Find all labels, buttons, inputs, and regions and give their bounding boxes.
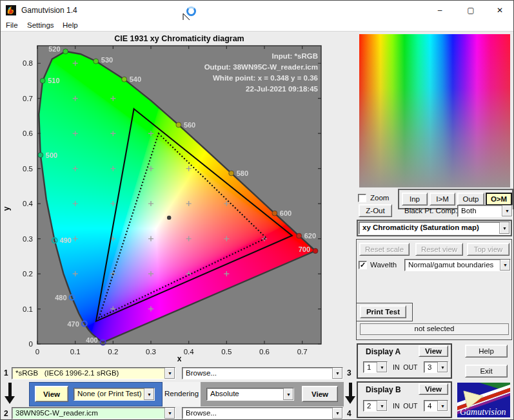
annotation-timestamp: 22-Jul-2021 09:18:45 — [204, 84, 318, 95]
i-to-m-button[interactable]: I>M — [430, 193, 455, 205]
dropdown-arrow-icon[interactable]: ▼ — [144, 388, 154, 400]
slot-3-label: 3 — [347, 368, 351, 377]
slot-4-label: 4 — [347, 409, 351, 418]
reset-scale-button[interactable]: Reset scale — [359, 243, 410, 256]
status-bar: not selected — [360, 323, 509, 335]
menu-bar: File Settings Help — [1, 20, 513, 32]
display-b-view-button[interactable]: View — [419, 383, 448, 395]
pattern-select[interactable]: None (or Print Test) ▼ — [74, 388, 155, 401]
close-button[interactable]: ✕ — [489, 1, 511, 20]
browse-top-select[interactable]: Browse... ▼ — [182, 367, 343, 379]
logo-text: Gamutvision — [460, 407, 506, 417]
dropdown-arrow-icon[interactable]: ▼ — [332, 368, 342, 379]
annotation-input: Input: *sRGB — [204, 51, 318, 62]
black-pt-comp-select[interactable]: Both ▼ — [457, 205, 513, 217]
title-bar[interactable]: Gamutvision 1.4 – ▢ ✕ — [1, 1, 513, 20]
display-a-view-button[interactable]: View — [419, 345, 448, 357]
flow-arrow-left-icon — [5, 383, 15, 405]
display-b-out-select[interactable]: 4 ▼ — [424, 400, 448, 412]
display-b-title: Display B — [366, 385, 401, 394]
outp-button[interactable]: Outp — [457, 193, 484, 205]
menu-file[interactable]: File — [6, 21, 18, 29]
wavelth-checkbox[interactable]: ✓ — [359, 261, 367, 269]
plot-annotations: Input: *sRGB Output: 38WN95C-W_reader.ic… — [204, 51, 318, 95]
dropdown-arrow-icon[interactable]: ▼ — [164, 368, 175, 379]
annotation-output: Output: 38WN95C-W_reader.icm — [204, 62, 318, 73]
dropdown-arrow-icon[interactable]: ▼ — [500, 260, 510, 271]
bottom-bar: 1 *sRGB (IEC6 1996-2.1 sRGB) ▼ Browse...… — [1, 365, 355, 420]
dropdown-arrow-icon[interactable]: ▼ — [283, 388, 293, 400]
dropdown-arrow-icon[interactable]: ▼ — [502, 205, 512, 216]
view-mode-select[interactable]: xy Chromaticity (Saturation map) ▼ — [359, 222, 510, 234]
dropdown-arrow-icon[interactable]: ▼ — [377, 362, 387, 372]
display-a-out-select[interactable]: 3 ▼ — [424, 361, 448, 373]
view-output-button[interactable]: View — [302, 386, 338, 402]
view-input-button[interactable]: View — [35, 386, 68, 402]
inp-button[interactable]: Inp — [402, 193, 428, 205]
flow-arrow-right-icon — [345, 383, 356, 405]
black-pt-comp-label: Black Pt. Comp. — [404, 207, 457, 215]
display-a-inout-label: IN OUT — [393, 363, 418, 371]
window-title: Gamutvision 1.4 — [21, 6, 77, 15]
menu-help[interactable]: Help — [63, 21, 78, 29]
wavelth-checkbox-label: Wavelth — [370, 261, 397, 269]
y-axis-label: y — [2, 207, 11, 211]
browse-bottom-select[interactable]: Browse... ▼ — [182, 407, 343, 419]
slot-1-label: 1 — [4, 368, 8, 377]
menu-settings[interactable]: Settings — [27, 21, 54, 29]
app-icon — [6, 5, 16, 15]
help-button[interactable]: Help — [465, 345, 508, 358]
gamutvision-window: Gamutvision 1.4 – ▢ ✕ File Settings Help… — [0, 0, 514, 420]
hue-saturation-preview[interactable] — [359, 34, 510, 187]
dropdown-arrow-icon[interactable]: ▼ — [332, 408, 342, 419]
zoom-checkbox[interactable] — [358, 194, 366, 202]
control-panel: Zoom Inp I>M Outp O>M Z-Out Black Pt. Co… — [355, 32, 513, 420]
display-a-in-select[interactable]: 1 ▼ — [363, 361, 388, 373]
o-to-m-button[interactable]: O>M — [486, 193, 512, 205]
dropdown-arrow-icon[interactable]: ▼ — [437, 362, 448, 372]
figure-area: CIE 1931 xy Chromaticity diagram Input: … — [1, 32, 355, 365]
reset-view-button[interactable]: Reset view — [415, 243, 463, 256]
display-b-in-select[interactable]: 2 ▼ — [363, 400, 388, 412]
dropdown-arrow-icon[interactable]: ▼ — [377, 401, 387, 411]
gamutvision-logo: Gamutvision — [457, 383, 510, 417]
zoom-checkbox-label: Zoom — [370, 194, 389, 202]
maximize-button[interactable]: ▢ — [460, 1, 482, 20]
display-b-inout-label: IN OUT — [393, 402, 418, 410]
dropdown-arrow-icon[interactable]: ▼ — [499, 222, 509, 234]
slot-2-label: 2 — [4, 409, 8, 418]
boundaries-select[interactable]: Normal/gamut boundaries ▼ — [404, 259, 511, 271]
z-out-button[interactable]: Z-Out — [359, 204, 392, 217]
print-test-button[interactable]: Print Test — [360, 305, 406, 318]
minimize-button[interactable]: – — [429, 1, 451, 20]
input-profile-select[interactable]: *sRGB (IEC6 1996-2.1 sRGB) ▼ — [12, 367, 175, 379]
exit-button[interactable]: Exit — [465, 365, 508, 377]
top-view-button[interactable]: Top view — [467, 243, 509, 256]
display-a-title: Display A — [366, 347, 400, 356]
rendering-label: Rendering — [164, 390, 199, 397]
dropdown-arrow-icon[interactable]: ▼ — [437, 401, 448, 411]
figure-title: CIE 1931 xy Chromaticity diagram — [37, 34, 321, 43]
output-profile-select[interactable]: 38WN95C-W_reader.icm ▼ — [12, 407, 175, 419]
annotation-whitepoint: White point: x = 0.348 y = 0.36 — [204, 73, 318, 84]
rendering-intent-select[interactable]: Absolute ▼ — [206, 388, 294, 401]
dropdown-arrow-icon[interactable]: ▼ — [164, 408, 175, 419]
x-axis-label: x — [37, 354, 321, 363]
